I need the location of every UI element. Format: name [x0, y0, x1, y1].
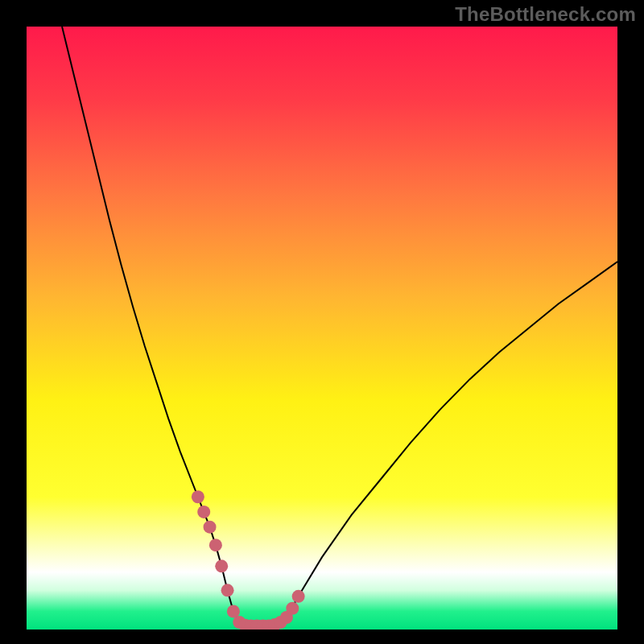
watermark-text: TheBottleneck.com — [455, 3, 636, 26]
marker-point — [292, 590, 305, 603]
marker-point — [197, 506, 210, 518]
marker-point — [215, 559, 228, 572]
marker-point — [286, 602, 299, 615]
marker-point — [192, 490, 204, 503]
marker-point — [227, 605, 240, 618]
outer-frame: TheBottleneck.com — [0, 0, 644, 644]
plot-area — [27, 27, 617, 630]
bottleneck-chart — [27, 27, 617, 630]
marker-point — [209, 539, 222, 551]
marker-point — [221, 584, 234, 597]
marker-point — [204, 521, 217, 534]
